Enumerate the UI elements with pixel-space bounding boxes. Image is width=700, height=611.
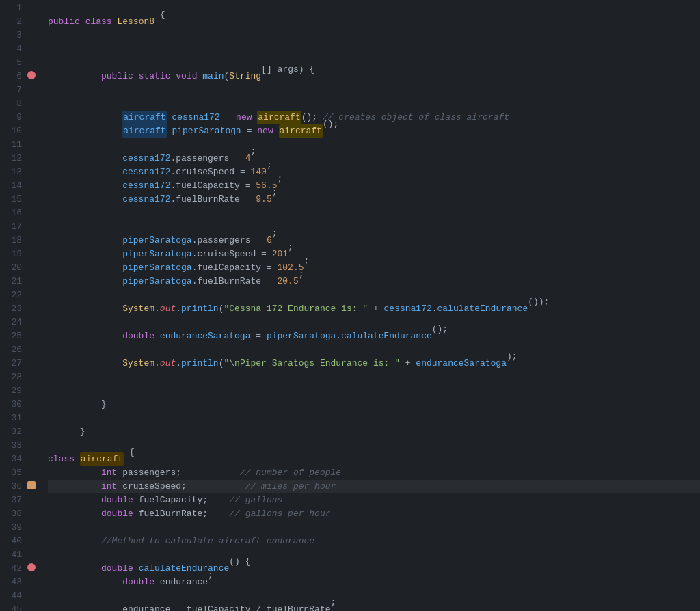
code-line-38: double fuelBurnRate; // gallons per hour — [48, 507, 700, 521]
code-line-28 — [48, 370, 700, 384]
code-line-12: cessna172.passengers = 4; — [48, 152, 700, 165]
code-line-17 — [48, 220, 700, 234]
code-line-13: cessna172.cruiseSpeed = 140; — [48, 165, 700, 179]
code-line-11 — [48, 138, 700, 152]
code-line-9: aircraft cessna172 = new aircraft(); // … — [48, 111, 700, 124]
code-line-26 — [48, 343, 700, 357]
code-line-10: aircraft piperSaratoga = new aircraft(); — [48, 124, 700, 138]
code-line-24 — [48, 316, 700, 329]
code-line-8 — [48, 97, 700, 111]
code-line-35: int passengers; // number of people — [48, 466, 700, 480]
code-line-36: int cruiseSpeed; // miles per hour — [48, 480, 700, 493]
code-line-39 — [48, 521, 700, 534]
code-line-40: //Method to calculate aircraft endurance — [48, 534, 700, 548]
code-line-18: piperSaratoga.passengers = 6; — [48, 234, 700, 247]
code-line-43: double endurance; — [48, 575, 700, 589]
gutter-column — [27, 0, 41, 611]
code-line-37: double fuelCapacity; // gallons — [48, 493, 700, 507]
code-line-23: System.out.println("Cessna 172 Endurance… — [48, 302, 700, 316]
code-line-41 — [48, 548, 700, 562]
code-line-33 — [48, 439, 700, 452]
code-line-42: double calulateEndurance() { — [48, 562, 700, 575]
code-line-16 — [48, 206, 700, 220]
breakpoint-36[interactable] — [27, 481, 36, 489]
code-content[interactable]: public class Lesson8 { public static voi… — [41, 0, 700, 611]
line-numbers: 1 2 3 4 5 6 7 8 9 10 11 12 13 14 15 16 1… — [0, 0, 27, 611]
code-line-20: piperSaratoga.fuelCapacity = 102.5; — [48, 261, 700, 275]
code-line-44 — [48, 589, 700, 603]
code-line-34: class aircraft { — [48, 452, 700, 466]
code-line-21: piperSaratoga.fuelBurnRate = 20.5; — [48, 275, 700, 288]
breakpoint-6[interactable] — [27, 71, 36, 79]
code-line-6: public static void main(String[] args) { — [48, 70, 700, 83]
code-line-22 — [48, 288, 700, 302]
code-line-19: piperSaratoga.cruiseSpeed = 201; — [48, 247, 700, 261]
code-line-27: System.out.println("\nPiper Saratogs End… — [48, 357, 700, 370]
code-line-31 — [48, 411, 700, 425]
code-line-29 — [48, 384, 700, 398]
code-line-15: cessna172.fuelBurnRate = 9.5; — [48, 193, 700, 206]
code-line-14: cessna172.fuelCapacity = 56.5; — [48, 179, 700, 193]
code-line-32: } — [48, 425, 700, 439]
code-editor[interactable]: 1 2 3 4 5 6 7 8 9 10 11 12 13 14 15 16 1… — [0, 0, 700, 611]
code-line-1 — [48, 1, 700, 15]
code-line-2: public class Lesson8 { — [48, 15, 700, 29]
code-line-45: endurance = fuelCapacity / fuelBurnRate; — [48, 603, 700, 611]
code-line-30: } — [48, 398, 700, 411]
code-line-25: double enduranceSaratoga = piperSaratoga… — [48, 329, 700, 343]
code-line-3 — [48, 29, 700, 42]
code-line-4 — [48, 42, 700, 56]
code-line-5 — [48, 56, 700, 70]
code-line-7 — [48, 83, 700, 97]
breakpoint-42[interactable] — [27, 563, 36, 571]
